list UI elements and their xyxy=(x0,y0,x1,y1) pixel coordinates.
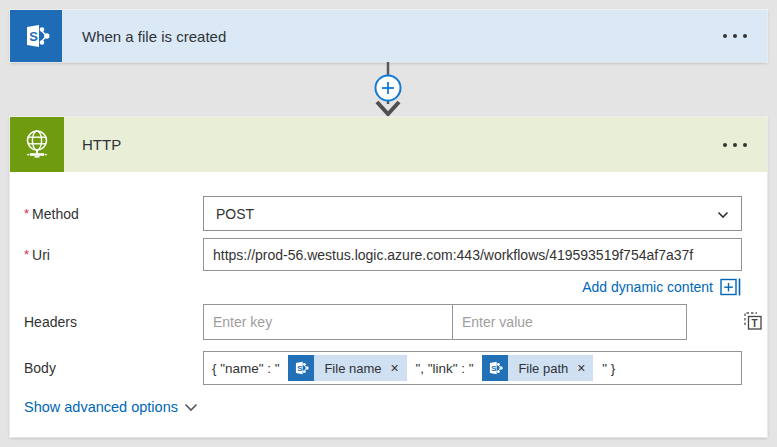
http-globe-icon xyxy=(10,117,64,172)
token-label: File path xyxy=(508,361,577,376)
chevron-down-icon xyxy=(184,403,198,412)
uri-label: * Uri xyxy=(24,238,50,271)
http-more-menu-button[interactable] xyxy=(721,137,749,153)
token-close-icon[interactable]: × xyxy=(391,361,407,376)
headers-value-input[interactable] xyxy=(452,304,687,340)
headers-key-input[interactable] xyxy=(203,304,453,340)
trigger-card-when-a-file-is-created[interactable]: S When a file is created xyxy=(10,10,767,62)
trigger-more-menu-button[interactable] xyxy=(721,28,749,44)
http-parameters-form: * Method POST * Uri Add dynamic content xyxy=(10,172,767,437)
svg-text:S: S xyxy=(492,364,497,373)
sharepoint-icon: S xyxy=(10,10,62,62)
svg-text:T: T xyxy=(752,318,758,329)
add-dynamic-content-icon xyxy=(720,278,742,296)
chevron-down-icon xyxy=(717,206,729,222)
http-card-header[interactable]: HTTP xyxy=(10,117,767,172)
svg-text:S: S xyxy=(298,364,303,373)
body-json-text: " } xyxy=(598,361,615,376)
trigger-title: When a file is created xyxy=(82,28,226,45)
sharepoint-icon: S xyxy=(482,355,508,381)
switch-to-text-mode-button[interactable]: T xyxy=(741,309,765,333)
required-asterisk: * xyxy=(24,247,29,262)
flow-designer-canvas: S When a file is created + xyxy=(0,0,777,447)
token-label: File name xyxy=(314,361,390,376)
sharepoint-icon: S xyxy=(288,355,314,381)
step-connector: + xyxy=(366,62,410,118)
headers-label: Headers xyxy=(24,304,77,340)
http-card-title: HTTP xyxy=(82,136,121,153)
show-advanced-options-link[interactable]: Show advanced options xyxy=(24,399,198,415)
method-select[interactable]: POST xyxy=(203,196,742,231)
token-close-icon[interactable]: × xyxy=(577,361,593,376)
body-input[interactable]: { "name" : " S File name xyxy=(203,351,742,385)
uri-input[interactable] xyxy=(203,238,742,271)
text-mode-icon: T xyxy=(742,310,764,332)
body-json-text: { "name" : " xyxy=(212,361,283,376)
body-label: Body xyxy=(24,351,56,385)
dynamic-token-file-path[interactable]: S File path × xyxy=(482,355,593,381)
dynamic-token-file-name[interactable]: S File name × xyxy=(288,355,406,381)
body-json-text: ", "link" : " xyxy=(412,361,478,376)
http-action-card: HTTP * Method POST * Uri xyxy=(10,117,767,437)
method-selected-value: POST xyxy=(216,206,254,222)
add-dynamic-content-link[interactable]: Add dynamic content xyxy=(203,276,742,298)
required-asterisk: * xyxy=(24,206,29,221)
insert-step-button[interactable]: + xyxy=(374,74,402,102)
svg-text:S: S xyxy=(29,29,38,44)
method-label: * Method xyxy=(24,196,79,231)
